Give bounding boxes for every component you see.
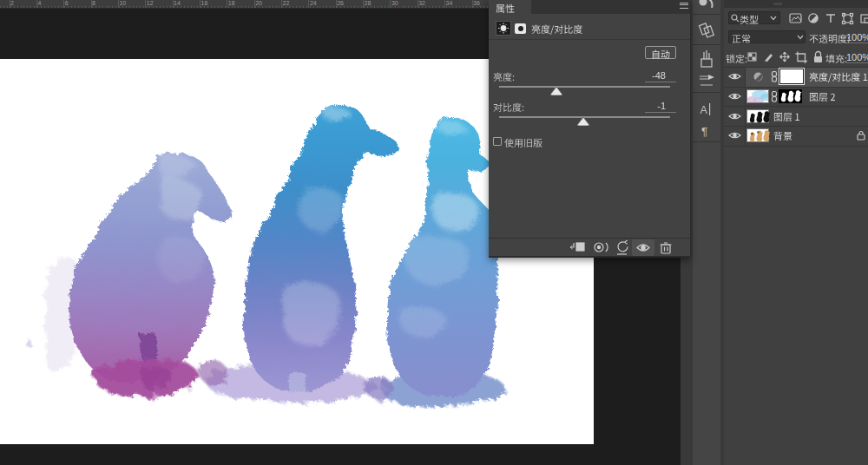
svg-text:A: A bbox=[700, 104, 708, 116]
svg-text:¶: ¶ bbox=[701, 125, 707, 138]
